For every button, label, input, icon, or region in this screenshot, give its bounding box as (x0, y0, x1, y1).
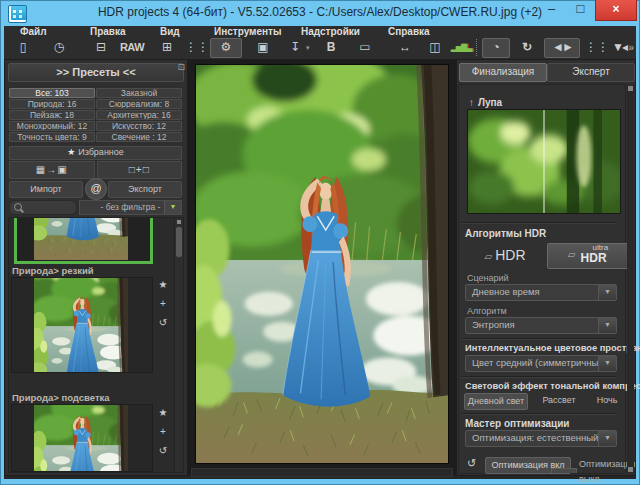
category-glow[interactable]: Свечение : 12 (96, 132, 182, 142)
favorites-button[interactable]: ★Избранное (9, 146, 182, 160)
category-nature[interactable]: Природа: 16 (9, 99, 95, 109)
toning-night-button[interactable]: Ночь (591, 393, 623, 408)
crop-icon[interactable]: ▭ (352, 38, 378, 57)
favorites-label: Избранное (78, 147, 124, 157)
category-surreal[interactable]: Сюрреализм: 8 (96, 99, 182, 109)
app-chrome: Файл Правка Вид Инструменты Надстройки С… (4, 26, 636, 479)
preset-label: Природа> резкий (12, 265, 94, 276)
toning-dawn-button[interactable]: Рассвет (535, 393, 583, 408)
menu-edit[interactable]: Правка (90, 26, 126, 38)
history-icon[interactable]: ◷ (46, 38, 72, 57)
tab-finalization[interactable]: Финализация (459, 63, 547, 82)
favorite-star-icon[interactable]: ★ (156, 408, 170, 418)
optimizer-refresh-icon[interactable]: ↺ (467, 457, 476, 470)
app-window: HDR projects 4 (64-бит) - V5.52.02653 - … (0, 0, 640, 485)
histogram-icon[interactable]: ▂▅▇▃ (446, 38, 476, 57)
toning-daylight-button[interactable]: Дневной свет (464, 393, 528, 410)
main-photo[interactable] (196, 65, 448, 463)
scenario-dropdown[interactable]: Дневное время ▼ (465, 284, 617, 301)
category-architecture[interactable]: Архитектура: 16 (96, 110, 182, 120)
settings-scrollbar[interactable] (627, 85, 634, 473)
canvas-horizontal-scrollbar[interactable] (191, 468, 453, 477)
stamp-icon[interactable]: ◫ (422, 38, 448, 57)
new-file-icon[interactable]: ▯ (10, 38, 36, 57)
image-browser-icon[interactable]: ⊞ (154, 38, 180, 57)
menu-addons[interactable]: Надстройки (301, 26, 360, 38)
favorite-star-icon[interactable]: ★ (156, 280, 170, 290)
menu-help[interactable]: Справка (388, 26, 430, 38)
loupe-section-title: ↑Лупа (469, 97, 502, 108)
menu-tools[interactable]: Инструменты (214, 26, 282, 38)
settings-panel: Финализация Эксперт ↑Лупа Алгоритмы HDR … (456, 59, 636, 476)
preset-item[interactable] (11, 404, 153, 472)
add-preset-button[interactable]: □+□ (97, 161, 183, 179)
toolbar: ▯ ◷ ⊟ RAW ⊞ ⋮⋮ ⚙ ▣ ↧ ▾ B ▭ ↔ ◫ ▂▅▇▃ ◔ ↻ … (4, 38, 636, 60)
email-at-button[interactable]: @ (85, 178, 107, 200)
refresh-icon[interactable]: ↺ (156, 318, 170, 328)
post-processing-icon[interactable]: ⚙ (210, 38, 242, 58)
preset-thumbnail (34, 217, 128, 260)
adjustments-icon[interactable]: ⋮⋮ (184, 38, 210, 57)
hdr-button[interactable]: ▱HDR (469, 243, 541, 267)
redo-icon[interactable]: ↻ (514, 38, 540, 57)
batch-icon[interactable]: B (318, 38, 344, 57)
toolbar-separator (476, 39, 477, 56)
layers-icon: ▱ (568, 249, 576, 260)
menu-view[interactable]: Вид (160, 26, 180, 38)
save-preset-grid-button[interactable]: ▦→▣ (9, 161, 95, 179)
tab-expert[interactable]: Эксперт (547, 63, 635, 82)
preset-thumbnail (34, 404, 128, 472)
menu-file[interactable]: Файл (20, 26, 47, 38)
category-color-accuracy[interactable]: Точность цвета: 9 (9, 132, 95, 142)
preset-item-selected[interactable] (14, 217, 153, 264)
category-landscape[interactable]: Пейзаж: 18 (9, 110, 95, 120)
maximize-button[interactable]: □ (566, 0, 595, 20)
minimize-button[interactable]: – (537, 0, 566, 20)
category-art[interactable]: Искусство: 12 (96, 121, 182, 131)
colorspace-value: Цвет средний (симметричный) (472, 357, 607, 368)
algorithm-value: Энтропия (472, 319, 515, 330)
refresh-icon[interactable]: ↺ (156, 446, 170, 456)
separator (462, 376, 616, 377)
category-all[interactable]: Все: 103 (9, 88, 95, 98)
detach-panel-icon[interactable]: ⊡ (177, 62, 185, 72)
add-icon[interactable]: + (156, 427, 170, 437)
preset-search (9, 200, 77, 215)
raw-import-icon[interactable]: RAW (116, 38, 148, 57)
save-icon[interactable]: ▣ (250, 38, 276, 57)
optimizer-dropdown[interactable]: Оптимизация: естественный ▼ (465, 430, 617, 447)
close-button[interactable]: × (595, 0, 637, 21)
add-icon[interactable]: + (156, 299, 170, 309)
category-monochrome[interactable]: Монохромный: 12 (9, 121, 95, 131)
presets-header[interactable]: >> Пресеты << (8, 63, 184, 82)
separator (462, 222, 616, 223)
export-device-icon[interactable]: ↧ (282, 38, 308, 57)
loupe-preview[interactable] (468, 110, 620, 213)
layers-icon: ▱ (484, 251, 492, 262)
ultra-hdr-button[interactable]: ▱ultraHDR (547, 243, 629, 269)
category-custom[interactable]: Заказной (96, 88, 182, 98)
colorspace-dropdown[interactable]: Цвет средний (симметричный) ▼ (465, 355, 617, 372)
resize-icon[interactable]: ↔ (392, 38, 418, 57)
flip-compare-icon[interactable]: ◄► (544, 38, 580, 58)
import-button[interactable]: Импорт (9, 181, 83, 198)
compare-timer-icon[interactable]: ◔ (482, 38, 510, 58)
paste-icon[interactable]: ⊟ (88, 38, 114, 57)
filter-value: - без фильтра - (101, 202, 161, 212)
toolbar-overflow-icon[interactable]: » (628, 38, 634, 57)
filter-dropdown[interactable]: - без фильтра - ▼ (79, 200, 182, 215)
preset-list-scrollbar[interactable] (174, 218, 183, 472)
separator (462, 413, 616, 414)
algorithm-dropdown[interactable]: Энтропия ▼ (465, 317, 617, 334)
search-input[interactable] (24, 202, 74, 213)
separator (462, 338, 616, 339)
menu-bar: Файл Правка Вид Инструменты Надстройки С… (4, 26, 636, 38)
toning-title: Световой эффект тональной компрессии (465, 381, 640, 391)
export-button[interactable]: Экспорт (108, 181, 182, 198)
chevron-down-icon: ▼ (598, 356, 616, 371)
chevron-down-icon: ▼ (598, 318, 616, 333)
preset-item[interactable] (11, 277, 153, 373)
colorspace-title: Интеллектуальное цветовое пространство (465, 343, 640, 353)
export-device-caret-icon[interactable]: ▾ (306, 38, 310, 57)
settings-body: ↑Лупа Алгоритмы HDR ▱HDR ▱ultraHDR Сцена… (458, 84, 626, 474)
